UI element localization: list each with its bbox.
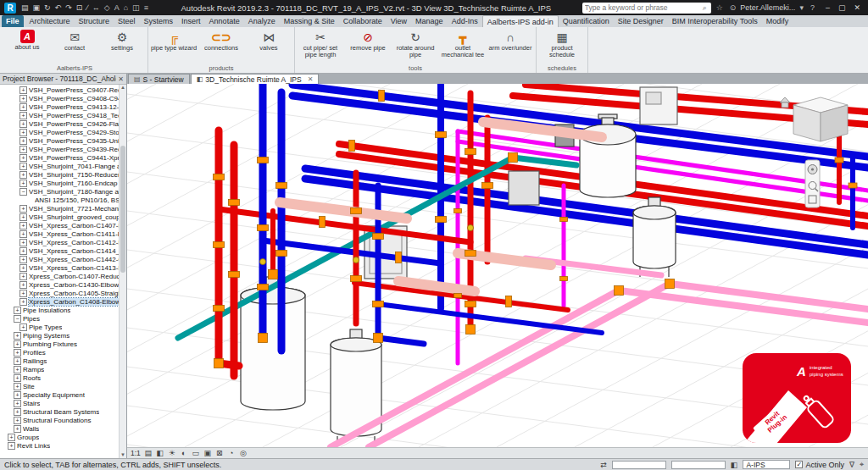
expand-icon[interactable]: + [19,163,27,170]
tree-item[interactable]: +Walls [0,424,119,433]
project-browser-header[interactable]: Project Browser - 701118_DC_Ahold_Bleisw… [0,74,126,85]
tree-item[interactable]: +VSH_PowerPress_C9408-C9411-90... [0,94,119,102]
visual-style-icon[interactable]: ◧ [155,449,165,457]
help-icon[interactable]: ? [809,3,816,12]
expand-icon[interactable]: + [14,408,21,416]
ribbon-tab-steel[interactable]: Steel [114,15,140,27]
tree-item[interactable]: −Pipes [0,314,119,323]
expand-icon[interactable]: + [19,213,27,221]
expand-icon[interactable]: + [19,290,27,297]
tree-item[interactable]: +Xpress_Carbon-C1430-Elbow-PxR... [0,280,119,289]
open-icon[interactable]: ▤ [19,3,31,12]
tree-item[interactable]: +VSH_Xpress_Carbon-C1413-Elbow... [0,263,119,272]
scale-button[interactable]: 1:1 [131,449,141,457]
default-3d-view-icon[interactable]: ⌂ [122,3,130,12]
expand-icon[interactable]: + [19,256,27,263]
tree-item[interactable]: +VSH_Shurjoint_7721-Mechanical Te... [0,204,119,213]
tree-item[interactable]: +Pipe Types [0,323,119,331]
ribbon-button-contact[interactable]: ✉contact [51,28,98,64]
tree-item[interactable]: +VSH_Shurjoint_7160-Endcap [0,179,119,187]
expand-icon[interactable]: + [19,230,27,238]
expand-icon[interactable]: + [14,340,21,348]
scrollbar-thumb[interactable] [120,146,125,273]
active-workset-select[interactable]: A-IPS [743,460,790,469]
expand-icon[interactable]: + [8,434,15,441]
ribbon-button-pipe-type-wizard[interactable]: ╔pipe type wizard [150,28,198,64]
expand-icon[interactable]: + [19,95,27,102]
undo-icon[interactable]: ↶ [53,3,64,12]
ribbon-button-connections[interactable]: ⊂⊃connections [198,28,245,64]
tree-item[interactable]: +VSH_PowerPress_C9407-Reducer-... [0,86,119,94]
expand-icon[interactable]: + [14,332,21,340]
expand-icon[interactable]: + [19,222,27,229]
expand-icon[interactable]: + [19,239,27,246]
ribbon-button-outlet-mechanical-tee[interactable]: ┳outlet mechanical tee [439,28,487,64]
expand-icon[interactable]: + [19,129,27,136]
tree-item[interactable]: +Pipe Insulations [0,306,119,314]
tree-item[interactable]: +VSH_Xpress_Carbon-C1407-Reduc... [0,221,119,229]
expand-icon[interactable]: + [19,205,27,213]
close-icon[interactable]: ✕ [118,75,124,83]
thin-lines-icon[interactable]: ≡ [142,3,150,12]
favorites-star-icon[interactable]: ☆ [715,3,725,12]
tree-item[interactable]: +VSH_Xpress_Carbon-C1442-Groove... [0,255,119,263]
ribbon-tab-architecture[interactable]: Architecture [25,15,75,27]
expand-icon[interactable]: + [14,374,21,382]
tree-item[interactable]: +Railings [0,357,119,365]
collapse-icon[interactable]: − [14,315,21,323]
redo-icon[interactable]: ↷ [64,3,74,12]
tree-item[interactable]: +Xpress_Carbon-C1407-Reducer [0,272,119,280]
tree-item[interactable]: −VSH_Shurjoint_7180-flange adapte... [0,187,119,196]
expand-icon[interactable]: + [19,112,27,119]
sun-path-icon[interactable]: ☀ [167,449,177,457]
close-button[interactable]: ✕ [850,3,864,12]
tree-item[interactable]: +Site [0,382,119,390]
ribbon-button-rotate-around-pipe[interactable]: ↻rotate around pipe [392,28,439,64]
tree-item[interactable]: +Xpress_Carbon_C1408-Elbow_PxP... [0,297,119,306]
tree-item[interactable]: +VSH_Xpress_Carbon-C1411-Elbow... [0,229,119,238]
close-view-icon[interactable]: ✕ [308,75,314,83]
expand-icon[interactable]: + [19,298,27,306]
expand-icon[interactable]: + [14,307,21,314]
expand-icon[interactable]: + [19,120,27,128]
tree-item[interactable]: +Specialty Equipment [0,390,119,399]
ribbon-button-product-schedule[interactable]: ▦product schedule [538,28,586,64]
ribbon-tab-manage[interactable]: Manage [411,15,448,27]
expand-icon[interactable]: + [14,357,21,365]
expand-icon[interactable]: + [19,264,27,272]
tree-item[interactable]: +Stairs [0,399,119,407]
expand-icon[interactable]: + [19,154,27,162]
tree-item[interactable]: +VSH_PowerPress_C9441-Xpress_co... [0,153,119,162]
aligned-dimension-icon[interactable]: ↔ [91,3,102,12]
expand-icon[interactable]: + [19,86,27,94]
drawing-area[interactable]: A integrated piping systems Revit Plug-i… [127,84,868,447]
tree-item[interactable]: +Groups [0,433,119,441]
expand-icon[interactable]: + [19,247,27,255]
expand-icon[interactable]: + [14,400,21,407]
tree-item[interactable]: +VSH_PowerPress_C9429-Stop_End-... [0,128,119,136]
tree-item[interactable]: +VSH_Shurjoint_grooved_coupling [0,213,119,221]
tree-item[interactable]: ANSI 125/150, PN10/16, BS-10... [0,196,119,204]
tree-item[interactable]: +Roofs [0,373,119,382]
tree-item[interactable]: +VSH_PowerPress_C9439-Reduced_... [0,145,119,153]
tree-item[interactable]: +Plumbing Fixtures [0,340,119,348]
minimize-button[interactable]: – [822,3,833,12]
ribbon-tab-collaborate[interactable]: Collaborate [339,15,387,27]
text-icon[interactable]: A [113,3,121,12]
browser-scrollbar[interactable]: ▲ ▼ [119,85,126,458]
ribbon-button-settings[interactable]: ⚙settings [98,28,146,64]
tag-icon[interactable]: ◇ [103,3,112,12]
search-icon[interactable]: ⌕ [701,3,709,13]
expand-icon[interactable]: + [8,442,15,450]
tree-item[interactable]: +VSH_PowerPress_C9435-Union-PxF... [0,136,119,145]
search-input[interactable] [585,3,699,12]
tree-item[interactable]: +VSH_Shurjoint_7041-Flange adapte... [0,162,119,170]
select-by-id-icon[interactable]: ⌖ [860,460,864,469]
shadows-icon[interactable]: ◐ [179,449,189,457]
expand-icon[interactable]: + [14,366,21,373]
ribbon-button-cut-pipe-set-pipe-length[interactable]: ✂cut pipe/ set pipe length [297,28,344,64]
expand-icon[interactable]: + [14,349,21,357]
ribbon-tab-analyze[interactable]: Analyze [244,15,280,27]
ribbon-tab-modify[interactable]: Modify [762,15,793,27]
navigation-bar[interactable] [805,160,820,207]
